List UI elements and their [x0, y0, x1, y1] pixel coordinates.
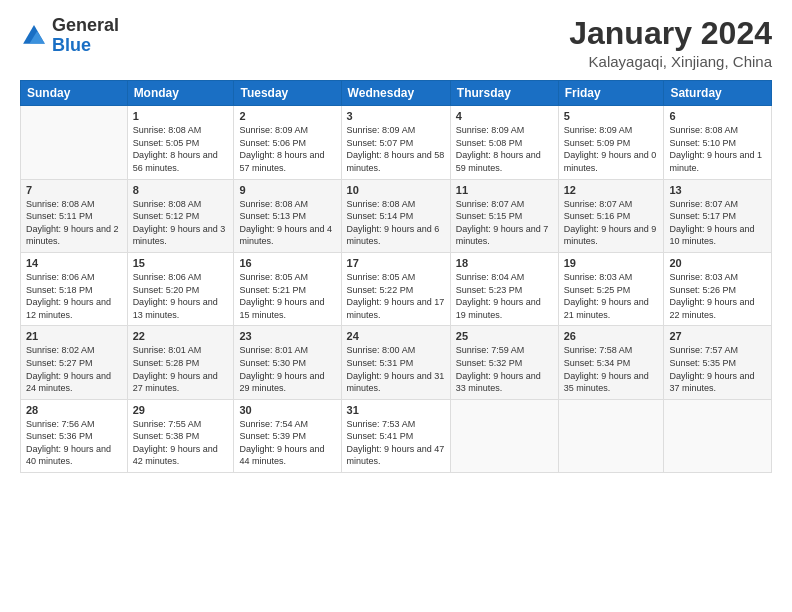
day-info: Sunrise: 7:58 AMSunset: 5:34 PMDaylight:…	[564, 345, 649, 393]
day-info: Sunrise: 8:05 AMSunset: 5:22 PMDaylight:…	[347, 272, 445, 320]
table-row: 27 Sunrise: 7:57 AMSunset: 5:35 PMDaylig…	[664, 326, 772, 399]
day-number: 30	[239, 404, 335, 416]
day-info: Sunrise: 8:06 AMSunset: 5:18 PMDaylight:…	[26, 272, 111, 320]
calendar-week-row: 28 Sunrise: 7:56 AMSunset: 5:36 PMDaylig…	[21, 399, 772, 472]
day-number: 14	[26, 257, 122, 269]
table-row: 21 Sunrise: 8:02 AMSunset: 5:27 PMDaylig…	[21, 326, 128, 399]
table-row: 20 Sunrise: 8:03 AMSunset: 5:26 PMDaylig…	[664, 252, 772, 325]
day-info: Sunrise: 8:04 AMSunset: 5:23 PMDaylight:…	[456, 272, 541, 320]
day-number: 15	[133, 257, 229, 269]
table-row	[21, 106, 128, 179]
location: Kalayagaqi, Xinjiang, China	[569, 53, 772, 70]
day-number: 11	[456, 184, 553, 196]
calendar-week-row: 21 Sunrise: 8:02 AMSunset: 5:27 PMDaylig…	[21, 326, 772, 399]
day-info: Sunrise: 8:08 AMSunset: 5:13 PMDaylight:…	[239, 199, 332, 247]
day-info: Sunrise: 8:06 AMSunset: 5:20 PMDaylight:…	[133, 272, 218, 320]
day-number: 1	[133, 110, 229, 122]
day-info: Sunrise: 8:09 AMSunset: 5:09 PMDaylight:…	[564, 125, 657, 173]
table-row: 22 Sunrise: 8:01 AMSunset: 5:28 PMDaylig…	[127, 326, 234, 399]
day-number: 24	[347, 330, 445, 342]
table-row: 4 Sunrise: 8:09 AMSunset: 5:08 PMDayligh…	[450, 106, 558, 179]
day-info: Sunrise: 8:08 AMSunset: 5:12 PMDaylight:…	[133, 199, 226, 247]
table-row: 23 Sunrise: 8:01 AMSunset: 5:30 PMDaylig…	[234, 326, 341, 399]
day-number: 19	[564, 257, 659, 269]
day-info: Sunrise: 7:54 AMSunset: 5:39 PMDaylight:…	[239, 419, 324, 467]
table-row	[450, 399, 558, 472]
day-number: 8	[133, 184, 229, 196]
logo-general: General	[52, 16, 119, 36]
col-wednesday: Wednesday	[341, 81, 450, 106]
table-row: 28 Sunrise: 7:56 AMSunset: 5:36 PMDaylig…	[21, 399, 128, 472]
day-number: 3	[347, 110, 445, 122]
table-row: 13 Sunrise: 8:07 AMSunset: 5:17 PMDaylig…	[664, 179, 772, 252]
table-row: 18 Sunrise: 8:04 AMSunset: 5:23 PMDaylig…	[450, 252, 558, 325]
day-number: 10	[347, 184, 445, 196]
logo: General Blue	[20, 16, 119, 56]
day-info: Sunrise: 8:08 AMSunset: 5:05 PMDaylight:…	[133, 125, 218, 173]
table-row	[664, 399, 772, 472]
table-row: 19 Sunrise: 8:03 AMSunset: 5:25 PMDaylig…	[558, 252, 664, 325]
table-row: 1 Sunrise: 8:08 AMSunset: 5:05 PMDayligh…	[127, 106, 234, 179]
day-number: 5	[564, 110, 659, 122]
table-row: 29 Sunrise: 7:55 AMSunset: 5:38 PMDaylig…	[127, 399, 234, 472]
day-info: Sunrise: 8:01 AMSunset: 5:30 PMDaylight:…	[239, 345, 324, 393]
day-info: Sunrise: 8:08 AMSunset: 5:14 PMDaylight:…	[347, 199, 440, 247]
table-row: 17 Sunrise: 8:05 AMSunset: 5:22 PMDaylig…	[341, 252, 450, 325]
table-row: 8 Sunrise: 8:08 AMSunset: 5:12 PMDayligh…	[127, 179, 234, 252]
day-number: 20	[669, 257, 766, 269]
col-thursday: Thursday	[450, 81, 558, 106]
table-row: 3 Sunrise: 8:09 AMSunset: 5:07 PMDayligh…	[341, 106, 450, 179]
table-row	[558, 399, 664, 472]
day-info: Sunrise: 7:59 AMSunset: 5:32 PMDaylight:…	[456, 345, 541, 393]
table-row: 30 Sunrise: 7:54 AMSunset: 5:39 PMDaylig…	[234, 399, 341, 472]
header: General Blue January 2024 Kalayagaqi, Xi…	[20, 16, 772, 70]
day-info: Sunrise: 7:53 AMSunset: 5:41 PMDaylight:…	[347, 419, 445, 467]
table-row: 2 Sunrise: 8:09 AMSunset: 5:06 PMDayligh…	[234, 106, 341, 179]
day-info: Sunrise: 8:07 AMSunset: 5:15 PMDaylight:…	[456, 199, 549, 247]
table-row: 16 Sunrise: 8:05 AMSunset: 5:21 PMDaylig…	[234, 252, 341, 325]
title-block: January 2024 Kalayagaqi, Xinjiang, China	[569, 16, 772, 70]
col-monday: Monday	[127, 81, 234, 106]
table-row: 12 Sunrise: 8:07 AMSunset: 5:16 PMDaylig…	[558, 179, 664, 252]
day-info: Sunrise: 8:03 AMSunset: 5:25 PMDaylight:…	[564, 272, 649, 320]
day-info: Sunrise: 8:09 AMSunset: 5:06 PMDaylight:…	[239, 125, 324, 173]
day-number: 28	[26, 404, 122, 416]
table-row: 10 Sunrise: 8:08 AMSunset: 5:14 PMDaylig…	[341, 179, 450, 252]
day-number: 26	[564, 330, 659, 342]
day-number: 7	[26, 184, 122, 196]
table-row: 7 Sunrise: 8:08 AMSunset: 5:11 PMDayligh…	[21, 179, 128, 252]
calendar-week-row: 14 Sunrise: 8:06 AMSunset: 5:18 PMDaylig…	[21, 252, 772, 325]
day-number: 17	[347, 257, 445, 269]
day-info: Sunrise: 8:08 AMSunset: 5:10 PMDaylight:…	[669, 125, 762, 173]
day-number: 31	[347, 404, 445, 416]
day-number: 6	[669, 110, 766, 122]
day-number: 12	[564, 184, 659, 196]
col-friday: Friday	[558, 81, 664, 106]
day-info: Sunrise: 7:55 AMSunset: 5:38 PMDaylight:…	[133, 419, 218, 467]
day-number: 18	[456, 257, 553, 269]
day-info: Sunrise: 7:57 AMSunset: 5:35 PMDaylight:…	[669, 345, 754, 393]
table-row: 5 Sunrise: 8:09 AMSunset: 5:09 PMDayligh…	[558, 106, 664, 179]
month-title: January 2024	[569, 16, 772, 51]
day-info: Sunrise: 8:07 AMSunset: 5:16 PMDaylight:…	[564, 199, 657, 247]
table-row: 6 Sunrise: 8:08 AMSunset: 5:10 PMDayligh…	[664, 106, 772, 179]
day-number: 9	[239, 184, 335, 196]
table-row: 25 Sunrise: 7:59 AMSunset: 5:32 PMDaylig…	[450, 326, 558, 399]
day-number: 2	[239, 110, 335, 122]
day-number: 16	[239, 257, 335, 269]
table-row: 26 Sunrise: 7:58 AMSunset: 5:34 PMDaylig…	[558, 326, 664, 399]
day-number: 29	[133, 404, 229, 416]
table-row: 9 Sunrise: 8:08 AMSunset: 5:13 PMDayligh…	[234, 179, 341, 252]
day-info: Sunrise: 8:07 AMSunset: 5:17 PMDaylight:…	[669, 199, 754, 247]
calendar-week-row: 1 Sunrise: 8:08 AMSunset: 5:05 PMDayligh…	[21, 106, 772, 179]
table-row: 31 Sunrise: 7:53 AMSunset: 5:41 PMDaylig…	[341, 399, 450, 472]
day-number: 21	[26, 330, 122, 342]
logo-blue: Blue	[52, 36, 119, 56]
calendar-week-row: 7 Sunrise: 8:08 AMSunset: 5:11 PMDayligh…	[21, 179, 772, 252]
day-info: Sunrise: 7:56 AMSunset: 5:36 PMDaylight:…	[26, 419, 111, 467]
day-info: Sunrise: 8:01 AMSunset: 5:28 PMDaylight:…	[133, 345, 218, 393]
col-sunday: Sunday	[21, 81, 128, 106]
day-number: 23	[239, 330, 335, 342]
calendar-header-row: Sunday Monday Tuesday Wednesday Thursday…	[21, 81, 772, 106]
day-info: Sunrise: 8:00 AMSunset: 5:31 PMDaylight:…	[347, 345, 445, 393]
